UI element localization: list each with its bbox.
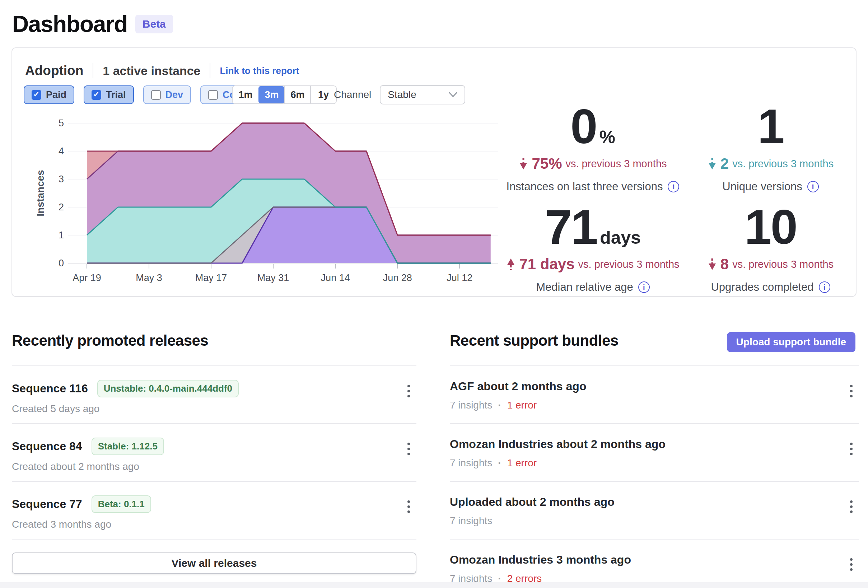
range-1m-button[interactable]: 1m: [233, 86, 258, 103]
info-icon[interactable]: [807, 181, 819, 192]
dashboard-page: Dashboard Beta Adoption 1 active instanc…: [0, 0, 868, 588]
svg-text:3: 3: [59, 174, 64, 185]
release-row: Sequence 77 Beta: 0.1.1 Created 3 months…: [12, 482, 416, 539]
svg-text:May 31: May 31: [257, 272, 289, 283]
release-row: Sequence 116 Unstable: 0.4.0-main.444ddf…: [12, 366, 416, 424]
svg-text:Jun 28: Jun 28: [383, 272, 412, 283]
page-title: Dashboard: [12, 11, 127, 37]
time-range-segmented-control: 1m 3m 6m 1y: [232, 86, 337, 104]
stat-change: 71 days vs. previous 3 months: [506, 256, 679, 273]
svg-text:2: 2: [59, 202, 64, 213]
filter-dev-checkbox[interactable]: Dev: [143, 86, 191, 104]
adoption-card-header: Adoption 1 active instance Link to this …: [25, 63, 299, 78]
stat-median-relative-age: 71 days 71 days vs. previous 3 months: [504, 202, 682, 295]
dot-separator: [498, 400, 501, 411]
kebab-menu-icon[interactable]: [848, 383, 855, 400]
adoption-area-chart: Apr 19May 3May 17May 31Jun 14Jun 28Jul 1…: [33, 108, 511, 288]
support-bundle-row: Uploaded about 2 months ago 7 insights: [450, 482, 859, 539]
release-created: Created 5 days ago: [12, 403, 416, 415]
view-all-releases-button[interactable]: View all releases: [12, 553, 416, 574]
stat-value: 1: [757, 102, 784, 151]
range-3m-button[interactable]: 3m: [258, 86, 284, 103]
kebab-menu-icon[interactable]: [405, 498, 412, 515]
bundle-title: Omozan Industries 3 months ago: [450, 553, 859, 566]
stat-instances-last-three-versions: 0 % 75% vs. previous 3 months: [504, 102, 682, 195]
svg-text:Apr 19: Apr 19: [72, 272, 101, 283]
release-title-line: Sequence 116 Unstable: 0.4.0-main.444ddf…: [12, 380, 416, 397]
stat-unique-versions: 1 2 vs. previous 3 months U: [682, 102, 859, 195]
range-1y-button[interactable]: 1y: [310, 86, 336, 103]
kebab-menu-icon[interactable]: [848, 498, 855, 515]
release-channel-badge: Unstable: 0.4.0-main.444ddf0: [97, 380, 239, 397]
filter-label: Paid: [46, 89, 66, 100]
release-created: Created 3 months ago: [12, 519, 416, 530]
page-footer-strip: [0, 582, 868, 588]
stat-change: 75% vs. previous 3 months: [519, 155, 667, 172]
kebab-menu-icon[interactable]: [848, 556, 855, 573]
svg-text:May 3: May 3: [136, 272, 162, 283]
stat-upgrades-completed: 10 8 vs. previous 3 months: [682, 202, 859, 295]
kebab-menu-icon[interactable]: [405, 383, 412, 400]
dot-separator: [498, 457, 501, 469]
filter-trial-checkbox[interactable]: Trial: [84, 86, 134, 104]
info-icon[interactable]: [638, 281, 650, 293]
svg-text:5: 5: [59, 118, 64, 129]
page-header: Dashboard Beta: [12, 11, 173, 37]
releases-heading: Recently promoted releases: [12, 332, 416, 349]
release-channel-badge: Beta: 0.1.1: [92, 495, 151, 513]
link-to-report[interactable]: Link to this report: [220, 65, 299, 77]
filter-paid-checkbox[interactable]: Paid: [24, 86, 74, 104]
bundle-meta: 7 insights: [450, 515, 859, 527]
stat-label-row: Upgrades completed: [711, 281, 830, 294]
recently-promoted-releases-section: Recently promoted releases Sequence 116 …: [12, 332, 416, 574]
beta-badge: Beta: [135, 15, 173, 33]
stat-value: 71 days: [545, 202, 641, 251]
support-bundle-row: Omozan Industries about 2 months ago 7 i…: [450, 424, 859, 482]
stat-label-row: Instances on last three versions: [506, 180, 679, 193]
adoption-card: Adoption 1 active instance Link to this …: [12, 47, 856, 297]
header-divider: [93, 63, 93, 78]
checkbox-icon: [151, 90, 161, 100]
stat-change: 2 vs. previous 3 months: [707, 155, 834, 172]
release-sequence: Sequence 77: [12, 498, 82, 511]
svg-text:4: 4: [59, 146, 64, 157]
stat-label-row: Unique versions: [722, 180, 818, 193]
channel-select[interactable]: Stable: [380, 85, 465, 105]
bundle-insights: 7 insights: [450, 515, 492, 527]
recent-support-bundles-section: Recent support bundles Upload support bu…: [450, 332, 859, 588]
svg-text:Jun 14: Jun 14: [321, 272, 350, 283]
bundle-title: AGF about 2 months ago: [450, 380, 859, 393]
chevron-down-icon: [449, 92, 457, 98]
filter-label: Trial: [106, 89, 126, 100]
upload-support-bundle-button[interactable]: Upload support bundle: [727, 332, 855, 352]
bundle-meta: 7 insights 1 error: [450, 400, 859, 411]
svg-text:May 17: May 17: [195, 272, 227, 283]
bundle-title: Uploaded about 2 months ago: [450, 495, 859, 509]
info-icon[interactable]: [819, 281, 830, 293]
kebab-menu-icon[interactable]: [848, 440, 855, 457]
info-icon[interactable]: [668, 181, 679, 192]
channel-selected-value: Stable: [388, 89, 416, 100]
bundle-insights: 7 insights: [450, 400, 492, 411]
support-bundle-row: AGF about 2 months ago 7 insights 1 erro…: [450, 366, 859, 424]
header-divider: [210, 63, 210, 78]
filter-label: Dev: [165, 89, 183, 100]
release-sequence: Sequence 116: [12, 382, 88, 395]
support-bundle-row: Omozan Industries 3 months ago 7 insight…: [450, 539, 859, 588]
channel-label: Channel: [334, 89, 371, 100]
range-6m-button[interactable]: 6m: [284, 86, 310, 103]
kebab-menu-icon[interactable]: [405, 440, 412, 457]
arrow-down-dashed-icon: [519, 157, 528, 170]
active-instance-count: 1 active instance: [103, 64, 200, 78]
bundles-header: Recent support bundles Upload support bu…: [450, 332, 859, 366]
stat-value: 0 %: [570, 102, 615, 151]
arrow-up-dashed-icon: [506, 258, 515, 271]
arrow-down-dashed-icon: [707, 157, 717, 170]
bundle-meta: 7 insights 1 error: [450, 457, 859, 469]
stat-value: 10: [744, 202, 797, 251]
stat-change: 8 vs. previous 3 months: [707, 256, 834, 273]
svg-text:Instances: Instances: [35, 170, 46, 216]
release-row: Sequence 84 Stable: 1.12.5 Created about…: [12, 424, 416, 482]
release-sequence: Sequence 84: [12, 440, 82, 453]
bundle-errors: 1 error: [507, 400, 537, 411]
